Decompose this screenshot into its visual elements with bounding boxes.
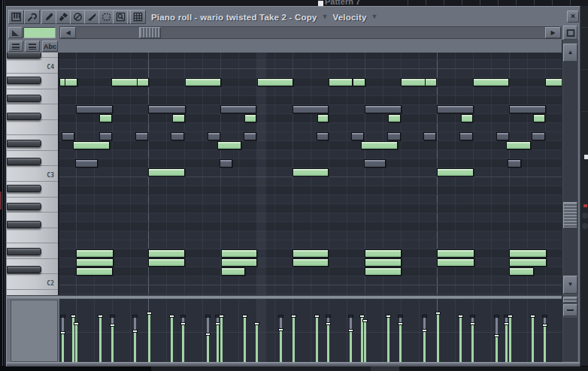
velocity-bar[interactable]: [148, 312, 150, 362]
note[interactable]: [221, 267, 245, 276]
velocity-bar-handle[interactable]: [110, 324, 115, 327]
v-scroll-track[interactable]: [563, 62, 577, 276]
ghost-note[interactable]: [220, 105, 256, 113]
note[interactable]: [509, 258, 547, 267]
close-button[interactable]: ×: [567, 11, 579, 23]
ghost-note[interactable]: [171, 132, 184, 140]
velocity-bar-handle[interactable]: [205, 315, 211, 318]
velocity-bar[interactable]: [220, 315, 223, 362]
note[interactable]: [365, 258, 402, 267]
note[interactable]: [361, 141, 398, 149]
velocity-bar-handle[interactable]: [60, 315, 65, 318]
ghost-note[interactable]: [496, 132, 509, 140]
note[interactable]: [506, 141, 531, 149]
ghost-note[interactable]: [220, 159, 232, 167]
piano-keyboard[interactable]: C4C3C2: [7, 53, 59, 295]
velocity-bar-handle[interactable]: [359, 315, 365, 318]
note[interactable]: [425, 78, 437, 86]
ghost-note[interactable]: [135, 132, 148, 140]
velocity-bar-handle[interactable]: [219, 315, 224, 318]
ghost-note[interactable]: [423, 132, 436, 140]
h-scrollbar[interactable]: ◀ ▶: [59, 26, 562, 39]
velocity-bar[interactable]: [99, 315, 102, 362]
piano-key-black[interactable]: [7, 140, 41, 147]
ghost-note[interactable]: [317, 132, 329, 140]
velocity-bar-handle[interactable]: [110, 315, 115, 318]
note[interactable]: [257, 78, 293, 86]
note[interactable]: [292, 168, 329, 176]
velocity-bar[interactable]: [182, 322, 184, 362]
ghost-note[interactable]: [75, 159, 98, 167]
piano-key-black[interactable]: [7, 113, 41, 120]
velocity-bar-handle[interactable]: [242, 315, 247, 318]
note[interactable]: [73, 141, 110, 149]
velocity-bar[interactable]: [423, 329, 426, 362]
ghost-note[interactable]: [208, 132, 220, 140]
velocity-bar-handle[interactable]: [147, 312, 152, 315]
note[interactable]: [217, 141, 241, 149]
note[interactable]: [365, 267, 402, 276]
velocity-collapse-button[interactable]: [563, 304, 577, 316]
velocity-bar[interactable]: [207, 333, 209, 362]
v-scroll-thumb[interactable]: [563, 202, 577, 228]
slide-tool-button[interactable]: [8, 27, 23, 38]
note[interactable]: [365, 249, 402, 258]
velocity-bar-handle[interactable]: [508, 315, 513, 318]
velocity-bar-handle[interactable]: [98, 315, 103, 318]
ghost-note[interactable]: [437, 105, 474, 113]
note[interactable]: [76, 267, 113, 276]
ghost-note[interactable]: [532, 132, 545, 140]
note[interactable]: [111, 78, 138, 86]
velocity-bar-handle[interactable]: [422, 315, 427, 318]
h-scroll-thumb[interactable]: [139, 27, 161, 38]
maximize-button[interactable]: [563, 26, 577, 40]
note[interactable]: [388, 114, 401, 122]
note[interactable]: [292, 249, 329, 258]
velocity-bar-handle[interactable]: [326, 322, 331, 325]
velocity-bar[interactable]: [111, 324, 114, 362]
ghost-note[interactable]: [62, 132, 74, 140]
velocity-bar[interactable]: [316, 315, 318, 362]
note[interactable]: [437, 258, 474, 267]
velocity-bar[interactable]: [364, 319, 366, 362]
velocity-bar-handle[interactable]: [291, 315, 296, 318]
ghost-note[interactable]: [99, 132, 112, 140]
velocity-bar-handle[interactable]: [180, 322, 186, 325]
note-helpers-button-1[interactable]: [8, 41, 23, 52]
velocity-bar-handle[interactable]: [132, 330, 138, 333]
note[interactable]: [437, 168, 474, 176]
note[interactable]: [244, 114, 256, 122]
velocity-bar-handle[interactable]: [326, 315, 331, 318]
note[interactable]: [461, 114, 473, 122]
note[interactable]: [533, 114, 545, 122]
zoom-button[interactable]: [113, 10, 129, 24]
ghost-note[interactable]: [509, 105, 546, 113]
velocity-bar[interactable]: [471, 322, 474, 362]
velocity-bar[interactable]: [505, 322, 508, 362]
note-grid[interactable]: [59, 53, 562, 295]
ghost-note[interactable]: [244, 132, 256, 140]
velocity-bar-handle[interactable]: [398, 322, 403, 325]
note[interactable]: [317, 114, 329, 122]
note[interactable]: [509, 249, 547, 258]
velocity-bar[interactable]: [399, 322, 402, 362]
velocity-bar-handle[interactable]: [71, 315, 76, 318]
velocity-bar-handle[interactable]: [458, 315, 463, 318]
ghost-note[interactable]: [459, 132, 473, 140]
velocity-bar[interactable]: [387, 315, 389, 362]
note[interactable]: [329, 78, 353, 86]
velocity-bar-handle[interactable]: [386, 315, 391, 318]
ghost-note[interactable]: [292, 105, 329, 113]
piano-key-black[interactable]: [7, 77, 41, 84]
velocity-bar-handle[interactable]: [504, 322, 509, 325]
note-helpers-button-2[interactable]: [25, 41, 40, 52]
v-scrollbar[interactable]: ▲ ▼: [562, 40, 578, 295]
note[interactable]: [76, 249, 114, 258]
piano-key-black[interactable]: [7, 203, 41, 210]
velocity-bar[interactable]: [459, 315, 462, 362]
note[interactable]: [99, 114, 112, 122]
ghost-note[interactable]: [365, 105, 402, 113]
brush-button[interactable]: [56, 10, 71, 24]
note[interactable]: [221, 249, 257, 258]
velocity-bar-handle[interactable]: [435, 312, 441, 315]
